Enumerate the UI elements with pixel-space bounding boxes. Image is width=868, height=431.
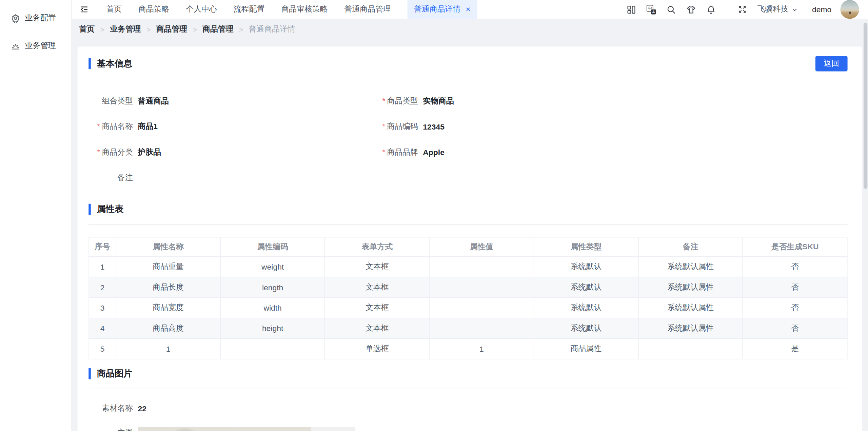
avatar[interactable] bbox=[840, 0, 859, 19]
back-button[interactable]: 返回 bbox=[815, 56, 848, 72]
breadcrumb-separator: > bbox=[146, 25, 151, 33]
breadcrumb-separator: > bbox=[193, 25, 197, 33]
table-cell: 1 bbox=[116, 338, 220, 359]
attributes-table: 序号属性名称属性编码表单方式属性值属性类型备注是否生成SKU1商品重量weigh… bbox=[88, 237, 847, 359]
fullscreen-icon[interactable] bbox=[738, 5, 747, 14]
table-row: 3商品宽度width文本框系统默认系统默认属性否 bbox=[89, 298, 847, 318]
topbar-right: 中 A bbox=[627, 0, 868, 19]
tab-item[interactable]: 商品审核策略 bbox=[281, 0, 328, 19]
field-label: *商品编码 bbox=[354, 122, 418, 132]
table-cell: 是 bbox=[743, 338, 847, 359]
table-cell: 系统默认 bbox=[534, 298, 638, 318]
table-cell bbox=[429, 277, 534, 297]
required-asterisk: * bbox=[382, 122, 385, 131]
sunrise-icon bbox=[11, 41, 20, 50]
field-value: 实物商品 bbox=[423, 96, 454, 106]
tab-label: 个人中心 bbox=[186, 4, 217, 14]
vertical-scrollbar[interactable] bbox=[863, 21, 868, 431]
field-label: *商品分类 bbox=[88, 147, 133, 157]
table-cell: 2 bbox=[89, 277, 116, 297]
tab-item[interactable]: 普通商品管理 bbox=[344, 0, 391, 19]
table-cell: 系统默认属性 bbox=[638, 277, 743, 297]
field-remark: 备注 bbox=[88, 165, 354, 191]
bell-icon[interactable] bbox=[706, 5, 716, 14]
field-material-name: 素材名称 22 bbox=[88, 396, 847, 421]
tab-item[interactable]: 流程配置 bbox=[234, 0, 264, 19]
company-dropdown[interactable]: 飞骥科技 bbox=[757, 4, 797, 14]
search-icon[interactable] bbox=[667, 5, 676, 14]
required-asterisk: * bbox=[382, 96, 385, 105]
sidebar-item-business-mgmt[interactable]: 业务管理 bbox=[0, 32, 72, 60]
detail-card: 基本信息 返回 组合类型普通商品*商品类型实物商品*商品名称商品1*商品编码12… bbox=[78, 46, 862, 431]
sidebar-fold-button[interactable] bbox=[80, 0, 92, 19]
table-cell: 1 bbox=[89, 257, 116, 277]
breadcrumb-item[interactable]: 业务管理 bbox=[110, 24, 141, 34]
table-header-cell: 备注 bbox=[638, 237, 743, 257]
table-cell: 商品属性 bbox=[534, 338, 638, 359]
table-cell: 系统默认 bbox=[534, 257, 638, 277]
tab-label: 普通商品管理 bbox=[344, 4, 391, 14]
sidebar-item-label: 业务管理 bbox=[25, 41, 56, 51]
section-accent-bar bbox=[88, 204, 91, 215]
field-value: 12345 bbox=[423, 122, 445, 131]
scrollbar-thumb[interactable] bbox=[864, 23, 867, 189]
content-area: 基本信息 返回 组合类型普通商品*商品类型实物商品*商品名称商品1*商品编码12… bbox=[72, 40, 868, 431]
table-header-cell: 是否生成SKU bbox=[743, 237, 847, 257]
table-cell: 3 bbox=[89, 298, 116, 318]
field-value: 商品1 bbox=[138, 122, 158, 132]
field-combo-type: 组合类型普通商品 bbox=[88, 89, 354, 114]
table-row: 51单选框1商品属性是 bbox=[89, 338, 847, 359]
divider bbox=[88, 224, 847, 225]
tab-label: 首页 bbox=[106, 4, 122, 14]
table-header-cell: 属性类型 bbox=[534, 237, 638, 257]
table-cell: 系统默认 bbox=[534, 277, 638, 297]
tab-item[interactable]: 普通商品详情✕ bbox=[408, 0, 477, 19]
fold-icon bbox=[80, 5, 88, 14]
translate-icon[interactable]: 中 A bbox=[647, 5, 656, 14]
table-cell: 系统默认属性 bbox=[638, 257, 743, 277]
table-header-row: 序号属性名称属性编码表单方式属性值属性类型备注是否生成SKU bbox=[89, 237, 847, 257]
table-cell: 系统默认 bbox=[534, 318, 638, 338]
sidebar-item-label: 业务配置 bbox=[25, 13, 56, 23]
close-icon[interactable]: ✕ bbox=[466, 6, 471, 13]
chevron-down-icon bbox=[792, 6, 798, 13]
field-label: *商品品牌 bbox=[354, 147, 418, 157]
app-grid-icon[interactable] bbox=[627, 5, 636, 14]
table-header-cell: 属性名称 bbox=[116, 237, 220, 257]
section-accent-bar bbox=[88, 58, 91, 69]
table-cell: 商品长度 bbox=[116, 277, 220, 297]
tab-bar: 首页商品策略个人中心流程配置商品审核策略普通商品管理普通商品详情✕ bbox=[106, 0, 477, 19]
section-title-attributes: 属性表 bbox=[88, 203, 123, 215]
images-header: 商品图片 bbox=[88, 368, 847, 379]
table-cell bbox=[220, 338, 325, 359]
section-title-images: 商品图片 bbox=[88, 368, 132, 379]
section-title-basic-info: 基本信息 bbox=[88, 58, 132, 70]
sidebar: 业务配置 业务管理 bbox=[0, 0, 72, 431]
table-cell bbox=[429, 298, 534, 318]
table-header-cell: 表单方式 bbox=[325, 237, 429, 257]
breadcrumb-item[interactable]: 首页 bbox=[79, 24, 95, 34]
photo-placeholder bbox=[311, 427, 356, 431]
field-product-brand: *商品品牌Apple bbox=[354, 139, 848, 165]
table-cell bbox=[429, 318, 534, 338]
topbar: 首页商品策略个人中心流程配置商品审核策略普通商品管理普通商品详情✕ 中 A bbox=[72, 0, 868, 19]
breadcrumb-item[interactable]: 商品管理 bbox=[202, 24, 233, 34]
sidebar-item-business-config[interactable]: 业务配置 bbox=[0, 4, 72, 32]
tab-item[interactable]: 个人中心 bbox=[186, 0, 217, 19]
table-cell: 文本框 bbox=[325, 298, 429, 318]
table-row: 4商品高度height文本框系统默认系统默认属性否 bbox=[89, 318, 847, 338]
field-product-name: *商品名称商品1 bbox=[88, 114, 354, 139]
field-product-category: *商品分类护肤品 bbox=[88, 139, 354, 165]
table-cell: 否 bbox=[743, 257, 847, 277]
table-cell: 否 bbox=[743, 277, 847, 297]
shirt-icon[interactable] bbox=[686, 5, 696, 14]
basic-info-header: 基本信息 返回 bbox=[88, 46, 847, 71]
required-asterisk: * bbox=[382, 147, 385, 156]
breadcrumb-item: 普通商品详情 bbox=[249, 24, 295, 34]
product-photo[interactable] bbox=[138, 427, 311, 431]
tab-item[interactable]: 首页 bbox=[106, 0, 122, 19]
breadcrumb-item[interactable]: 商品管理 bbox=[156, 24, 187, 34]
table-header-cell: 属性编码 bbox=[220, 237, 325, 257]
username: demo bbox=[812, 5, 831, 14]
tab-item[interactable]: 商品策略 bbox=[138, 0, 169, 19]
